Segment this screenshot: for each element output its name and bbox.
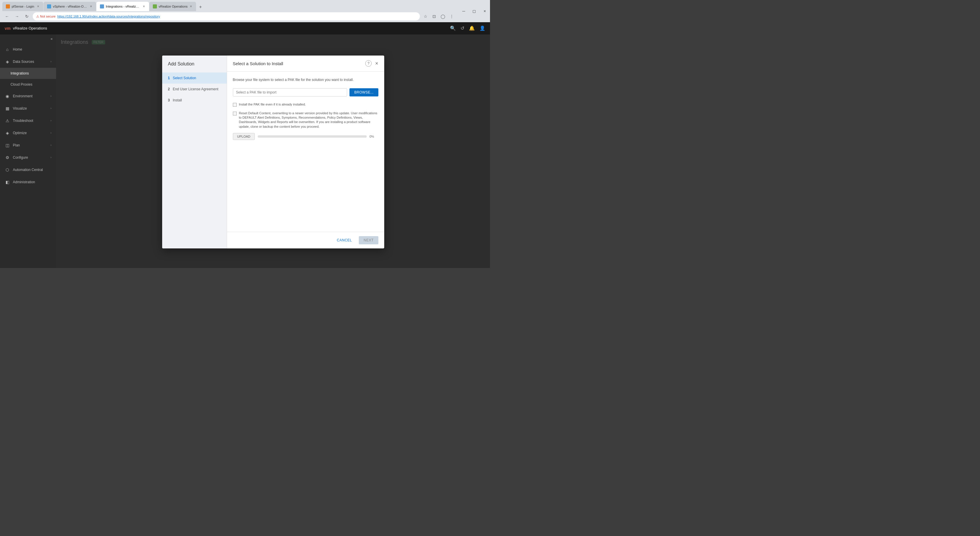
browser-chrome: pfSense - Login × vSphere - vRealize-Ope… <box>0 0 490 22</box>
sidebar: « ⌂ Home ◈ Data Sources › Integrations C… <box>0 35 56 268</box>
main-content: Integrations FILTER Add Solution 1 Selec… <box>56 35 490 268</box>
profile-button[interactable]: ◯ <box>439 13 447 20</box>
tab-label-2: vSphere - vRealize-Operations-C... <box>53 5 88 8</box>
tab-label-4: vRealize Operations <box>159 5 188 8</box>
tab-vsphere[interactable]: vSphere - vRealize-Operations-C... × <box>43 2 96 11</box>
window-controls: ─ ◻ × <box>458 6 490 16</box>
progress-percent: 0% <box>370 135 379 138</box>
sidebar-item-optimize[interactable]: ◈ Optimize › <box>0 127 56 139</box>
install-even-if-installed-checkbox[interactable] <box>233 103 237 107</box>
environment-arrow-icon: › <box>51 94 51 98</box>
visualize-arrow-icon: › <box>51 107 51 110</box>
reload-button[interactable]: ↻ <box>23 12 31 21</box>
plan-arrow-icon: › <box>51 143 51 147</box>
extensions-button[interactable]: ⊡ <box>430 13 438 20</box>
minimize-button[interactable]: ─ <box>458 6 469 16</box>
new-tab-button[interactable]: + <box>196 3 205 11</box>
dialog-body: Browse your file system to select a PAK … <box>227 72 384 232</box>
maximize-button[interactable]: ◻ <box>469 6 479 16</box>
progress-bar-container <box>258 135 367 138</box>
upload-button[interactable]: UPLOAD <box>233 133 255 140</box>
sidebar-label-troubleshoot: Troubleshoot <box>13 119 48 123</box>
forward-button[interactable]: → <box>13 12 21 21</box>
data-sources-icon: ◈ <box>5 59 10 64</box>
tab-close-1[interactable]: × <box>37 5 40 8</box>
tab-favicon-3 <box>100 5 104 8</box>
dialog-help-button[interactable]: ? <box>365 60 372 67</box>
bookmark-button[interactable]: ☆ <box>422 13 429 20</box>
wizard-step-1[interactable]: 1 Select Solution <box>162 73 227 84</box>
optimize-icon: ◈ <box>5 130 10 135</box>
back-button[interactable]: ← <box>3 12 11 21</box>
sidebar-label-data-sources: Data Sources <box>13 60 48 64</box>
browse-button[interactable]: BROWSE... <box>350 88 378 97</box>
sidebar-collapse-btn[interactable]: « <box>0 35 56 43</box>
sidebar-item-administration[interactable]: ◧ Administration <box>0 176 56 188</box>
sidebar-item-configure[interactable]: ⚙ Configure › <box>0 151 56 164</box>
step-2-label: End User License Agreement <box>173 87 218 91</box>
visualize-icon: ▦ <box>5 106 10 111</box>
vm-logo-text: vm <box>5 26 11 31</box>
wizard-step-3[interactable]: 3 Install <box>162 95 227 106</box>
sidebar-item-automation-central[interactable]: ⬡ Automation Central <box>0 164 56 176</box>
checkbox-2-label: Reset Default Content, overwriting to a … <box>239 111 379 129</box>
step-1-num: 1 <box>168 76 170 80</box>
insecure-warning: ⚠ Not secure <box>36 14 56 18</box>
checkbox-1-label: Install the PAK file even if it is alrea… <box>239 102 306 107</box>
environment-icon: ◉ <box>5 94 10 99</box>
tab-pfsense[interactable]: pfSense - Login × <box>2 2 43 11</box>
checkbox-row-2: Reset Default Content, overwriting to a … <box>233 111 379 129</box>
data-sources-arrow-icon: › <box>51 60 51 63</box>
modal-overlay: Add Solution 1 Select Solution 2 End Use… <box>56 35 490 268</box>
sidebar-label-automation-central: Automation Central <box>13 168 51 172</box>
tab-close-4[interactable]: × <box>189 5 192 8</box>
reset-default-content-checkbox[interactable] <box>233 111 237 115</box>
tab-close-2[interactable]: × <box>89 5 92 8</box>
troubleshoot-arrow-icon: › <box>51 119 51 122</box>
troubleshoot-icon: ⚠ <box>5 118 10 123</box>
tab-favicon-2 <box>47 5 51 8</box>
url-text: https://192.168.1.90/ui/index.action#dat… <box>57 14 160 18</box>
sidebar-item-troubleshoot[interactable]: ⚠ Troubleshoot › <box>0 115 56 127</box>
home-icon: ⌂ <box>5 47 10 52</box>
sidebar-item-cloud-proxies[interactable]: Cloud Proxies <box>0 79 56 90</box>
address-bar-row: ← → ↻ ⚠ Not secure https://192.168.1.90/… <box>0 11 458 22</box>
dialog-right-header: Select a Solution to Install ? × <box>227 56 384 72</box>
step-1-label: Select Solution <box>173 76 196 80</box>
sidebar-item-data-sources[interactable]: ◈ Data Sources › <box>0 56 56 68</box>
sidebar-item-plan[interactable]: ◫ Plan › <box>0 139 56 151</box>
tab-label-3: Integrations - vRealize Operatio... <box>106 5 140 8</box>
address-bar[interactable]: ⚠ Not secure https://192.168.1.90/ui/ind… <box>33 12 420 21</box>
user-icon[interactable]: 👤 <box>479 25 485 31</box>
bell-icon[interactable]: 🔔 <box>469 25 475 31</box>
tab-integrations[interactable]: Integrations - vRealize Operatio... × <box>96 2 149 11</box>
refresh-icon[interactable]: ↺ <box>460 25 464 31</box>
search-icon[interactable]: 🔍 <box>450 25 456 31</box>
sidebar-item-visualize[interactable]: ▦ Visualize › <box>0 102 56 115</box>
sidebar-item-environment[interactable]: ◉ Environment › <box>0 90 56 102</box>
optimize-arrow-icon: › <box>51 131 51 134</box>
dialog-description: Browse your file system to select a PAK … <box>233 78 379 83</box>
tab-close-3[interactable]: × <box>142 5 145 8</box>
dialog-close-button[interactable]: × <box>375 60 379 67</box>
wizard-step-2[interactable]: 2 End User License Agreement <box>162 84 227 95</box>
upload-row: UPLOAD 0% <box>233 133 379 140</box>
close-window-button[interactable]: × <box>479 6 490 16</box>
sidebar-label-visualize: Visualize <box>13 107 48 110</box>
next-button[interactable]: NEXT <box>359 236 378 244</box>
tab-favicon-1 <box>6 5 10 8</box>
automation-icon: ⬡ <box>5 167 10 172</box>
sidebar-item-home[interactable]: ⌂ Home <box>0 43 56 56</box>
tab-vrealize[interactable]: vRealize Operations × <box>149 2 196 11</box>
sidebar-item-integrations[interactable]: Integrations <box>0 68 56 79</box>
dialog-left-title: Add Solution <box>162 61 227 73</box>
dialog: Add Solution 1 Select Solution 2 End Use… <box>162 56 384 248</box>
sidebar-collapse-icon: « <box>51 37 52 41</box>
app-layout: « ⌂ Home ◈ Data Sources › Integrations C… <box>0 35 490 268</box>
top-nav: vm vRealize Operations 🔍 ↺ 🔔 👤 <box>0 22 490 35</box>
dialog-footer: CANCEL NEXT <box>227 232 384 248</box>
cancel-button[interactable]: CANCEL <box>332 236 357 244</box>
pak-file-input[interactable] <box>233 88 347 97</box>
menu-button[interactable]: ⋮ <box>448 13 455 20</box>
plan-icon: ◫ <box>5 143 10 148</box>
